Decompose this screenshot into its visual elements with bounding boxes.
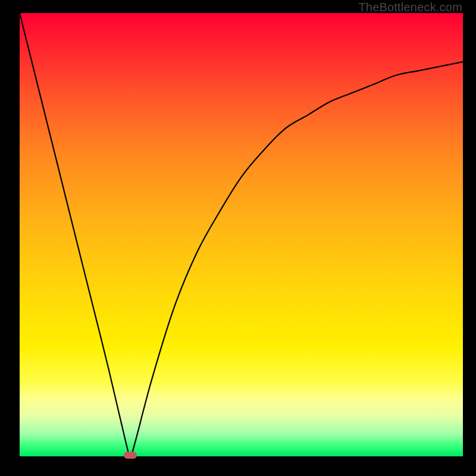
watermark-text: TheBottleneck.com — [358, 1, 462, 14]
bottleneck-curve — [20, 13, 463, 456]
plot-area — [20, 13, 463, 456]
optimal-point-marker — [124, 452, 137, 459]
chart-frame: TheBottleneck.com — [0, 0, 476, 476]
